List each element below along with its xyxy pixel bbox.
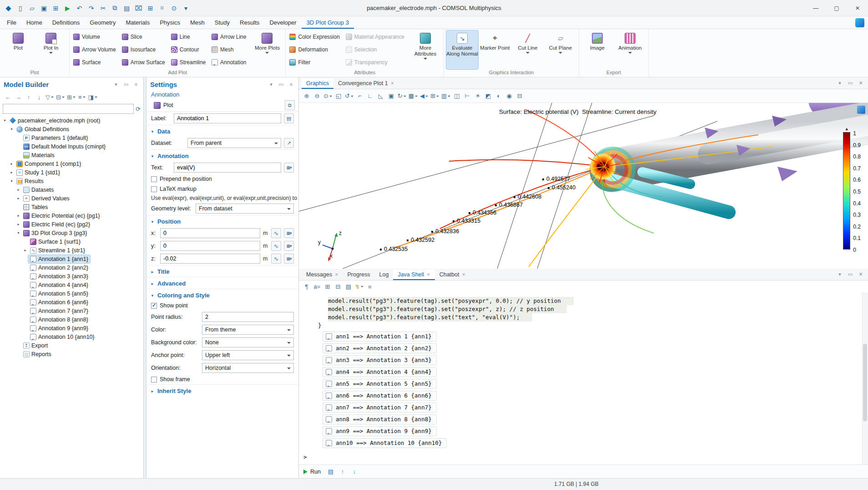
position-input[interactable]: [160, 254, 260, 264]
toolbar-button[interactable]: ▣: [386, 91, 396, 101]
ribbon-item[interactable]: Transparency: [344, 56, 408, 68]
section-inherit-style[interactable]: ▸ Inherit Style: [146, 385, 298, 396]
background-color-select[interactable]: None: [202, 337, 294, 347]
tree-item[interactable]: Annotation 9 {ann9}: [0, 324, 143, 332]
toolbar-button[interactable]: ⊞: [66, 92, 76, 102]
anchor-point-select[interactable]: Upper left: [202, 350, 294, 360]
toolbar-button[interactable]: ↺: [344, 91, 354, 101]
console-scrollbar[interactable]: [862, 292, 868, 464]
panel-header-icon[interactable]: ▭: [847, 80, 854, 86]
tree-item[interactable]: ▾ pacemaker_electrode.mph (root): [0, 116, 143, 125]
tree-expand-icon[interactable]: ▸: [15, 214, 21, 218]
ribbon-item[interactable]: Volume: [72, 31, 120, 43]
tree-item[interactable]: Annotation 3 {ann3}: [0, 272, 143, 281]
view-tab[interactable]: Graphics: [302, 78, 333, 89]
ribbon-tab[interactable]: Home: [21, 17, 47, 29]
ribbon-tab[interactable]: Developer: [264, 17, 301, 29]
console-tab[interactable]: Log: [375, 270, 394, 280]
tree-item[interactable]: ▾ 3D Plot Group 3 {pg3}: [0, 229, 143, 237]
tree-item[interactable]: Annotation 1 {ann1}: [0, 255, 143, 263]
tree-item[interactable]: ▸ Derived Values: [0, 194, 143, 203]
toolbar-button[interactable]: ▥: [440, 91, 451, 101]
tree-item[interactable]: ▸ Study 1 {std1}: [0, 168, 143, 177]
console-footer-button[interactable]: ▤: [326, 467, 335, 476]
panel-header-icon[interactable]: ▭: [278, 82, 285, 87]
panel-header-icon[interactable]: ✕: [857, 271, 864, 277]
run-button[interactable]: Run: [303, 469, 321, 475]
ribbon-item[interactable]: Contour: [170, 44, 209, 56]
quick-access-button[interactable]: ⧉: [109, 2, 121, 14]
java-shell-output[interactable]: model.result("pg3").feature(tag).set("po…: [299, 292, 868, 464]
panel-header-icon[interactable]: ▾: [836, 80, 843, 86]
toolbar-button[interactable]: a=: [312, 281, 322, 291]
close-tab-icon[interactable]: [427, 272, 430, 277]
ribbon-item[interactable]: Arrow Line: [210, 31, 250, 43]
model-node-chip[interactable]: ann10 ==> Annotation 10 {ann10}: [323, 438, 447, 448]
panel-header-icon[interactable]: ▾: [267, 82, 275, 87]
toolbar-button[interactable]: ⊖: [312, 91, 322, 101]
toolbar-button[interactable]: ⊢: [462, 91, 472, 101]
tree-item[interactable]: ▸ Electric Potential (ec) {pg1}: [0, 211, 143, 220]
tree-item[interactable]: Annotation 6 {ann6}: [0, 298, 143, 306]
quick-access-button[interactable]: ▣: [38, 2, 50, 14]
toolbar-button[interactable]: ¶: [302, 281, 312, 291]
toolbar-button[interactable]: ◫: [452, 91, 462, 101]
tree-item[interactable]: Annotation 8 {ann8}: [0, 315, 143, 324]
tree-item[interactable]: Tables: [0, 203, 143, 211]
annotation-text-input[interactable]: [174, 163, 281, 173]
tree-item[interactable]: Materials: [0, 151, 143, 159]
toolbar-button[interactable]: ◉: [504, 91, 514, 101]
ribbon-item[interactable]: Deformation: [288, 44, 343, 56]
console-tab[interactable]: Messages: [302, 270, 343, 280]
tree-filter-input[interactable]: [3, 104, 134, 114]
quick-access-button[interactable]: ⌧: [133, 2, 144, 14]
toolbar-button[interactable]: ≡: [77, 92, 87, 102]
toolbar-button[interactable]: ▦: [408, 91, 419, 101]
tree-item[interactable]: Annotation 5 {ann5}: [0, 289, 143, 298]
section-data[interactable]: ▾ Data: [146, 125, 298, 137]
tree-item[interactable]: Reports: [0, 350, 143, 358]
prepend-position-checkbox[interactable]: [151, 176, 157, 182]
tree-item[interactable]: ▸ Datasets: [0, 185, 143, 194]
ribbon-big-button[interactable]: Cut Line: [512, 31, 544, 69]
minimize-button[interactable]: —: [805, 0, 826, 16]
tree-item[interactable]: Parameters 1 {default}: [0, 133, 143, 142]
ribbon-big-button[interactable]: Marker Point: [479, 31, 511, 69]
range-icon[interactable]: [271, 228, 281, 238]
section-coloring-style[interactable]: ▾ Coloring and Style: [146, 289, 298, 301]
shell-prompt[interactable]: >: [303, 454, 868, 460]
ribbon-big-button[interactable]: More Plots: [251, 31, 283, 69]
tree-item[interactable]: Surface 1 {surf1}: [0, 237, 143, 246]
toolbar-button[interactable]: ☀: [473, 91, 483, 101]
ribbon-item[interactable]: Line: [170, 31, 209, 43]
toolbar-button[interactable]: ∟: [365, 91, 375, 101]
quick-access-button[interactable]: ✂: [97, 2, 109, 14]
point-radius-input[interactable]: [202, 312, 294, 322]
quick-access-button[interactable]: ▾: [180, 2, 192, 14]
panel-header-icon[interactable]: ≡: [288, 82, 295, 87]
ribbon-tab[interactable]: Definitions: [47, 17, 85, 29]
view-tab[interactable]: Convergence Plot 1: [333, 78, 399, 89]
ribbon-tab[interactable]: File: [2, 17, 21, 29]
tree-item[interactable]: Annotation 10 {ann10}: [0, 332, 143, 341]
expression-icon[interactable]: [284, 254, 294, 264]
panel-header-icon[interactable]: ▭: [122, 82, 130, 87]
ribbon-item[interactable]: Material Appearance: [344, 31, 408, 43]
toolbar-button[interactable]: ⊕: [302, 91, 312, 101]
panel-header-icon[interactable]: ▭: [847, 271, 854, 277]
expression-icon[interactable]: [284, 163, 294, 173]
tree-item[interactable]: ▸ Electric Field (ec) {pg2}: [0, 220, 143, 229]
graphics-3d-viewport[interactable]: Surface: Electric potential (V) Streamli…: [299, 103, 868, 269]
color-select[interactable]: From theme: [202, 325, 294, 335]
ribbon-tab[interactable]: Materials: [121, 17, 155, 29]
show-frame-checkbox[interactable]: [151, 377, 157, 383]
toolbar-button[interactable]: ⌐: [355, 91, 365, 101]
tree-item[interactable]: ▸ Component 1 {comp1}: [0, 159, 143, 168]
tree-expand-icon[interactable]: ▸: [15, 188, 21, 192]
section-advanced[interactable]: ▸ Advanced: [146, 277, 298, 289]
toolbar-button[interactable]: ↻: [397, 91, 407, 101]
toolbar-button[interactable]: ◺: [376, 91, 386, 101]
dataset-select[interactable]: From parent: [187, 138, 281, 148]
ribbon-item[interactable]: Filter: [288, 56, 343, 68]
ribbon-big-button[interactable]: Cut Plane: [545, 31, 576, 69]
